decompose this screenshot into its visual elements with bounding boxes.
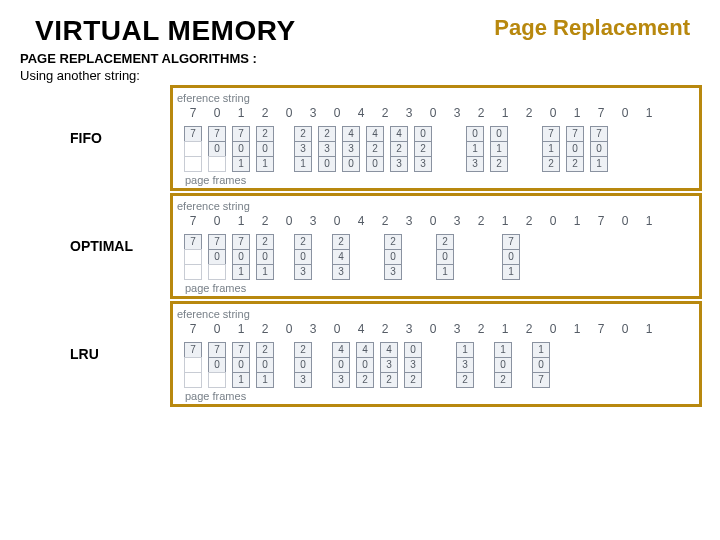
frame-cell xyxy=(184,156,202,172)
frame-column: 402 xyxy=(353,342,377,388)
frame-column xyxy=(553,342,567,388)
frame-cell: 0 xyxy=(208,249,226,265)
reference-value: 4 xyxy=(349,214,373,228)
frame-cell: 3 xyxy=(456,357,474,373)
reference-value: 1 xyxy=(565,106,589,120)
frame-column: 712 xyxy=(539,126,563,172)
frame-column xyxy=(277,126,291,172)
reference-value: 0 xyxy=(325,106,349,120)
subline: Using another string: xyxy=(0,66,720,83)
frame-column: 702 xyxy=(563,126,587,172)
frame-column xyxy=(367,234,381,280)
frame-cell: 3 xyxy=(380,357,398,373)
frame-cell: 1 xyxy=(294,156,312,172)
reference-string-row: 70120304230321201701 xyxy=(181,322,691,336)
frame-cell xyxy=(184,141,202,157)
frame-cell: 0 xyxy=(532,357,550,373)
reference-value: 3 xyxy=(445,322,469,336)
frame-column xyxy=(419,234,433,280)
frame-column xyxy=(515,342,529,388)
frame-cell: 3 xyxy=(294,264,312,280)
frame-cell: 0 xyxy=(232,249,250,265)
frames-row: 770701201203403402432032132102107 xyxy=(181,342,691,388)
frame-column: 701 xyxy=(229,342,253,388)
reference-value: 0 xyxy=(325,322,349,336)
frame-cell: 2 xyxy=(494,372,512,388)
frame-cell: 0 xyxy=(590,141,608,157)
frame-cell: 2 xyxy=(294,126,312,142)
frame-cell: 3 xyxy=(294,372,312,388)
frame-column: 201 xyxy=(253,342,277,388)
algorithm-row: FIFOeference string701203042303212017017… xyxy=(0,85,710,191)
frame-column xyxy=(435,126,449,172)
frame-cell: 0 xyxy=(318,156,336,172)
frame-column: 201 xyxy=(253,234,277,280)
frame-cell: 2 xyxy=(436,234,454,250)
frame-cell: 0 xyxy=(256,357,274,373)
frame-cell: 0 xyxy=(294,357,312,373)
reference-value: 1 xyxy=(493,106,517,120)
frame-column xyxy=(405,234,419,280)
frame-column: 701 xyxy=(229,234,253,280)
reference-value: 4 xyxy=(349,322,373,336)
frame-column xyxy=(315,342,329,388)
frame-cell: 3 xyxy=(414,156,432,172)
frame-column: 012 xyxy=(487,126,511,172)
reference-string-row: 70120304230321201701 xyxy=(181,106,691,120)
frame-cell: 0 xyxy=(466,126,484,142)
reference-value: 7 xyxy=(589,106,613,120)
reference-value: 3 xyxy=(397,106,421,120)
frame-cell: 4 xyxy=(332,249,350,265)
frame-cell: 1 xyxy=(232,264,250,280)
frame-column: 243 xyxy=(329,234,353,280)
frame-cell: 1 xyxy=(532,342,550,358)
frame-cell: 2 xyxy=(404,372,422,388)
frame-cell: 0 xyxy=(502,249,520,265)
reference-value: 1 xyxy=(565,322,589,336)
reference-value: 0 xyxy=(421,106,445,120)
reference-value: 2 xyxy=(373,322,397,336)
frame-cell: 0 xyxy=(414,126,432,142)
frame-cell: 7 xyxy=(232,342,250,358)
frame-cell: 2 xyxy=(332,234,350,250)
frame-cell: 2 xyxy=(542,156,560,172)
reference-value: 3 xyxy=(301,214,325,228)
frame-column: 7 xyxy=(181,342,205,388)
frame-cell: 4 xyxy=(390,126,408,142)
reference-value: 3 xyxy=(301,106,325,120)
frame-cell: 2 xyxy=(256,342,274,358)
frame-cell: 0 xyxy=(566,141,584,157)
frame-cell: 1 xyxy=(436,264,454,280)
frame-cell: 7 xyxy=(184,342,202,358)
frames-row: 7707012012312304304204230230130127127027… xyxy=(181,126,691,172)
panel-wrap: eference string7012030423032120170177070… xyxy=(170,301,710,407)
frame-column: 7 xyxy=(181,126,205,172)
frame-column xyxy=(315,234,329,280)
frame-column: 201 xyxy=(253,126,277,172)
frame-column xyxy=(277,342,291,388)
frame-cell: 0 xyxy=(404,342,422,358)
frame-column: 420 xyxy=(363,126,387,172)
frame-column xyxy=(477,342,491,388)
frame-column xyxy=(353,234,367,280)
frame-column xyxy=(525,126,539,172)
algorithm-label-lru: LRU xyxy=(0,301,170,407)
frame-cell: 0 xyxy=(356,357,374,373)
page-frames-label: page frames xyxy=(185,282,691,294)
frame-cell xyxy=(184,249,202,265)
frame-column: 432 xyxy=(377,342,401,388)
reference-value: 2 xyxy=(253,322,277,336)
frame-column: 203 xyxy=(291,234,315,280)
frame-cell: 7 xyxy=(590,126,608,142)
reference-value: 0 xyxy=(277,214,301,228)
reference-value: 3 xyxy=(445,214,469,228)
frame-cell: 1 xyxy=(256,156,274,172)
reference-value: 2 xyxy=(469,322,493,336)
frame-column: 70 xyxy=(205,126,229,172)
reference-value: 0 xyxy=(205,322,229,336)
frame-column xyxy=(277,234,291,280)
frame-cell: 7 xyxy=(502,234,520,250)
reference-value: 2 xyxy=(469,214,493,228)
frame-column xyxy=(425,342,439,388)
frame-column: 132 xyxy=(453,342,477,388)
